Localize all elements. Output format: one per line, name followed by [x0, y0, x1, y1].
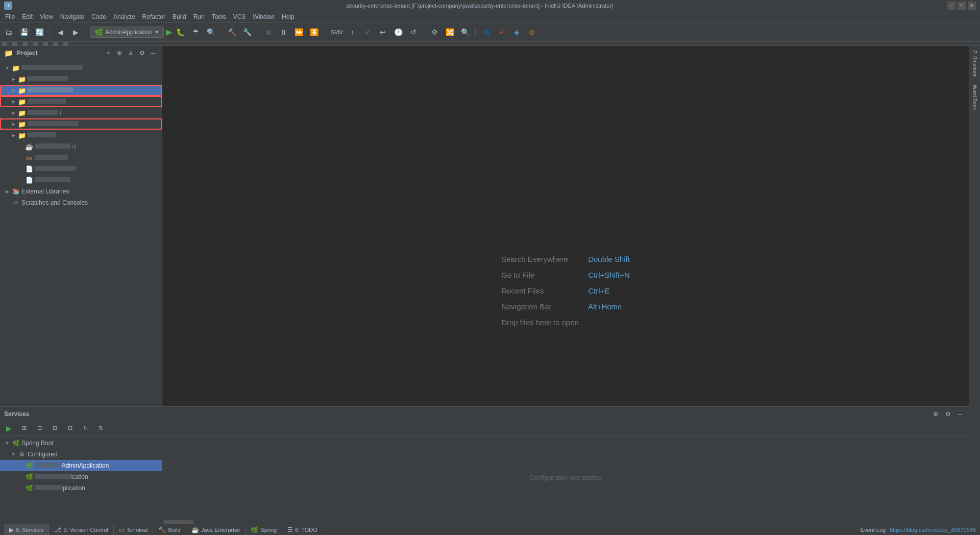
- extra-btn1[interactable]: ◈: [510, 26, 523, 39]
- ext-libs-arrow-icon: ▶: [4, 188, 10, 194]
- sync-btn[interactable]: 🔄: [33, 26, 46, 39]
- services-refresh-btn[interactable]: ↻: [79, 422, 92, 435]
- menu-refactor[interactable]: Refactor: [139, 12, 168, 21]
- tree-item-3[interactable]: ▶ 📁: [0, 96, 162, 107]
- step-into-btn[interactable]: ⏬: [308, 26, 321, 39]
- gear-icon[interactable]: ⚙: [137, 48, 146, 58]
- service-app-2[interactable]: 🌿 plication: [0, 482, 162, 494]
- menu-window[interactable]: Window: [250, 12, 278, 21]
- menu-file[interactable]: File: [2, 12, 18, 21]
- close-button[interactable]: ✕: [968, 2, 976, 10]
- tree-item-m[interactable]: m: [0, 152, 162, 163]
- services-filter-btn[interactable]: ⊡: [63, 422, 77, 435]
- menu-build[interactable]: Build: [169, 12, 189, 21]
- menu-run[interactable]: Run: [190, 12, 208, 21]
- configured-item[interactable]: ▼ ⚙ Configured: [0, 449, 162, 460]
- services-expand-btn[interactable]: ⊞: [17, 422, 31, 435]
- locate-icon[interactable]: ⊕: [115, 48, 124, 58]
- far-right-tab-structure[interactable]: Z: Structure: [970, 46, 979, 81]
- service-app-0[interactable]: 🌿 AdminApplication: [0, 460, 162, 471]
- item1-folder-icon: 📁: [18, 75, 26, 83]
- status-url[interactable]: https://blog.csdn.net/qq_40670946: [890, 527, 976, 533]
- menu-vcs[interactable]: VCS: [230, 12, 249, 21]
- service-app-1[interactable]: 🌿 ication: [0, 471, 162, 482]
- menu-help[interactable]: Help: [279, 12, 298, 21]
- coverage-btn[interactable]: ☂: [189, 26, 203, 39]
- run-config-selector[interactable]: 🌿 AdminApplication ▼: [90, 27, 164, 38]
- tree-item-7[interactable]: ☕ nl: [0, 141, 162, 152]
- vc-tab-icon: ⎇: [54, 526, 61, 533]
- status-tab-java-enterprise[interactable]: ☕ Java Enterprise: [186, 524, 246, 536]
- tree-root-item[interactable]: ▼ 📁: [0, 62, 162, 74]
- status-tab-build[interactable]: 🔨 Build: [153, 524, 186, 536]
- services-hide-btn[interactable]: ─: [955, 409, 965, 419]
- no-entry-btn[interactable]: ⊘: [525, 26, 538, 39]
- services-horizontal-scrollbar[interactable]: [0, 520, 969, 524]
- collapse-icon[interactable]: ≡: [126, 48, 135, 58]
- svn-history-btn[interactable]: 🕐: [391, 26, 405, 39]
- menu-code[interactable]: Code: [88, 12, 109, 21]
- tree-item-9[interactable]: 📄: [0, 175, 162, 186]
- project-dropdown-icon[interactable]: ▼: [106, 51, 111, 56]
- minimize-button[interactable]: ─: [947, 2, 955, 10]
- services-sort-btn[interactable]: ⇅: [94, 422, 107, 435]
- main-toolbar: 🗂 💾 🔄 ◀ ▶ 🌿 AdminApplication ▼ ▶ 🐛 ☂ 🔍 🔨…: [0, 22, 980, 42]
- app-icon: I: [4, 2, 12, 10]
- tree-item-8[interactable]: 📄: [0, 163, 162, 175]
- back-btn[interactable]: ◀: [54, 26, 67, 39]
- services-run-btn[interactable]: ▶: [2, 422, 15, 435]
- settings-btn[interactable]: ⚙: [428, 26, 441, 39]
- services-group-btn[interactable]: ⊡: [48, 422, 61, 435]
- status-tab-services[interactable]: ▶ 8: Services: [4, 524, 49, 536]
- find-btn[interactable]: 🔍: [458, 26, 472, 39]
- svn-update-btn[interactable]: ↑: [346, 26, 359, 39]
- menu-view[interactable]: View: [37, 12, 56, 21]
- maximize-button[interactable]: □: [958, 2, 966, 10]
- vcs-settings-btn[interactable]: 🔀: [443, 26, 456, 39]
- far-right-tab-wordbook[interactable]: Word Book: [970, 81, 979, 114]
- services-add-btn[interactable]: ⊕: [931, 409, 940, 419]
- spring-boot-item[interactable]: ▼ 🌿 Spring Boot: [0, 437, 162, 449]
- debug-btn[interactable]: 🐛: [174, 26, 187, 39]
- menu-analyze[interactable]: Analyze: [110, 12, 138, 21]
- menu-edit[interactable]: Edit: [19, 12, 36, 21]
- forward-btn[interactable]: ▶: [69, 26, 82, 39]
- svn-commit-btn[interactable]: ✓: [361, 26, 374, 39]
- status-tab-spring[interactable]: 🌿 Spring: [246, 524, 282, 536]
- new-project-btn[interactable]: 🗂: [2, 26, 15, 39]
- item1-label: [28, 76, 68, 83]
- event-log-link[interactable]: Event Log: [861, 527, 886, 533]
- tree-item-1[interactable]: ▶ 📁: [0, 74, 162, 85]
- shortcuts-section: Search Everywhere Double Shift Go to Fil…: [486, 239, 645, 342]
- rebuild-btn[interactable]: 🔧: [241, 26, 254, 39]
- tree-item-2[interactable]: ▶ 📁: [0, 85, 162, 96]
- open-btn[interactable]: 💾: [17, 26, 31, 39]
- breadcrumb-dot-6: [53, 42, 58, 45]
- build-btn[interactable]: 🔨: [226, 26, 239, 39]
- tree-item-6[interactable]: ▶ 📁: [0, 130, 162, 141]
- tree-item-5[interactable]: ▶ 📁: [0, 118, 162, 130]
- services-settings-btn[interactable]: ⚙: [943, 409, 952, 419]
- status-tab-todo[interactable]: ☰ 6: TODO: [282, 524, 323, 536]
- status-tab-version-control[interactable]: ⎇ 9: Version Control: [49, 524, 113, 536]
- svn-revert-btn[interactable]: ↩: [376, 26, 389, 39]
- breadcrumb-strip: [0, 42, 980, 46]
- menu-navigate[interactable]: Navigate: [57, 12, 87, 21]
- tree-item-4[interactable]: ▶ 📁 l: [0, 107, 162, 118]
- ppt-btn[interactable]: P: [495, 26, 508, 39]
- stop-btn[interactable]: ⏹: [262, 26, 275, 39]
- services-collapse-btn[interactable]: ⊟: [33, 422, 46, 435]
- pause-btn[interactable]: ⏸: [277, 26, 290, 39]
- svn-undo-btn[interactable]: ↺: [407, 26, 420, 39]
- status-tab-terminal[interactable]: ▭ Terminal: [114, 524, 154, 536]
- external-libraries-item[interactable]: ▶ 📚 External Libraries: [0, 186, 162, 197]
- run-button[interactable]: ▶: [166, 27, 172, 37]
- profile-btn[interactable]: 🔍: [205, 26, 218, 39]
- menu-tools[interactable]: Tools: [209, 12, 229, 21]
- scratches-consoles-item[interactable]: ✏ Scratches and Consoles: [0, 197, 162, 208]
- step-over-btn[interactable]: ⏩: [292, 26, 306, 39]
- services-panel-header: Services ⊕ ⚙ ─: [0, 407, 969, 421]
- status-right: Event Log https://blog.csdn.net/qq_40670…: [861, 527, 976, 533]
- hide-icon[interactable]: ─: [149, 48, 158, 58]
- outlook-btn[interactable]: M: [479, 26, 493, 39]
